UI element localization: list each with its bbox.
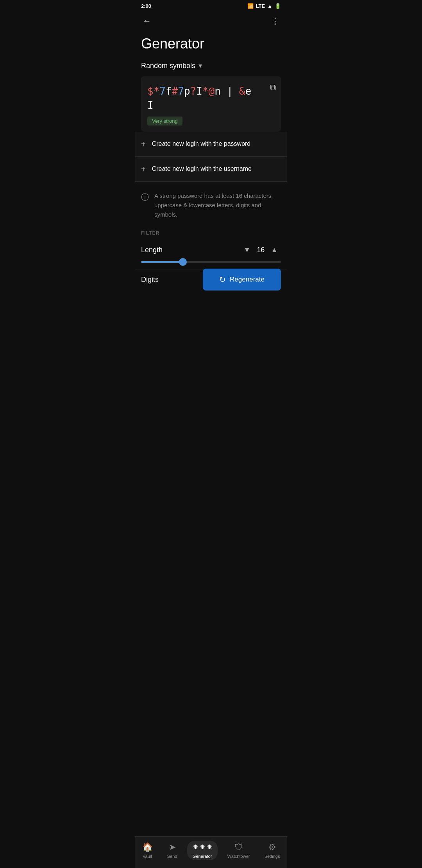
plus-icon-password: + xyxy=(141,140,146,149)
length-slider-container[interactable] xyxy=(135,261,287,269)
length-controls: ▼ 16 ▲ xyxy=(240,244,281,256)
lte-label: LTE xyxy=(256,3,265,9)
type-selector-label: Random symbols xyxy=(141,62,195,70)
char-e: e xyxy=(245,85,252,97)
info-text: A strong password has at least 16 charac… xyxy=(154,191,281,219)
back-button[interactable]: ← xyxy=(141,14,153,28)
type-selector[interactable]: Random symbols ▾ xyxy=(135,58,287,73)
strength-badge: Very strong xyxy=(147,117,182,126)
regenerate-button[interactable]: ↻ Regenerate xyxy=(203,269,281,291)
char-I2: I xyxy=(147,99,154,111)
char-dollar: $ xyxy=(147,85,154,97)
char-n: n xyxy=(215,85,221,97)
status-icons: 📶 LTE ▲ 🔋 xyxy=(247,3,281,9)
regenerate-icon: ↻ xyxy=(219,275,226,284)
password-display-box: $*7f#7p?I*@n | &eI Very strong ⧉ xyxy=(141,76,281,132)
length-increase-button[interactable]: ▲ xyxy=(268,244,281,256)
create-login-username-item[interactable]: + Create new login with the username xyxy=(135,157,287,182)
info-icon: ⓘ xyxy=(141,192,149,203)
back-icon: ← xyxy=(143,16,151,26)
copy-icon: ⧉ xyxy=(270,82,276,92)
char-space2 xyxy=(233,85,239,97)
char-space1 xyxy=(221,85,227,97)
status-time: 2:00 xyxy=(141,3,151,9)
length-decrease-button[interactable]: ▼ xyxy=(240,244,254,256)
char-f: f xyxy=(166,85,172,97)
create-login-username-label: Create new login with the username xyxy=(152,165,252,172)
char-question: ? xyxy=(190,85,197,97)
more-icon: ⋮ xyxy=(271,16,279,26)
info-section: ⓘ A strong password has at least 16 char… xyxy=(135,182,287,226)
regenerate-label: Regenerate xyxy=(230,276,265,283)
char-I1: I xyxy=(196,85,202,97)
char-hash: # xyxy=(172,85,178,97)
header: ← ⋮ xyxy=(135,11,287,32)
slider-thumb[interactable] xyxy=(179,258,187,266)
char-7b: 7 xyxy=(178,85,184,97)
length-value: 16 xyxy=(255,246,266,254)
char-star1: * xyxy=(154,85,160,97)
password-text: $*7f#7p?I*@n | &eI xyxy=(147,84,275,113)
signal-icon: ▲ xyxy=(267,3,272,9)
slider-track xyxy=(141,261,281,263)
slider-fill xyxy=(141,261,183,263)
chevron-down-icon: ▾ xyxy=(198,61,202,70)
length-label: Length xyxy=(141,246,163,254)
char-p: p xyxy=(184,85,190,97)
copy-button[interactable]: ⧉ xyxy=(270,82,276,93)
page-title: Generator xyxy=(135,32,287,58)
char-7a: 7 xyxy=(159,85,166,97)
more-options-button[interactable]: ⋮ xyxy=(269,14,281,28)
char-star2: * xyxy=(202,85,209,97)
plus-icon-username: + xyxy=(141,165,146,174)
create-login-password-label: Create new login with the password xyxy=(152,140,251,147)
char-amp: & xyxy=(239,85,245,97)
battery-icon: 🔋 xyxy=(275,3,281,9)
create-login-password-item[interactable]: + Create new login with the password xyxy=(135,132,287,157)
digits-label: Digits xyxy=(141,276,159,284)
length-row: Length ▼ 16 ▲ xyxy=(135,239,287,261)
char-pipe: | xyxy=(227,85,233,97)
wifi-icon: 📶 xyxy=(247,3,254,9)
status-bar: 2:00 📶 LTE ▲ 🔋 xyxy=(135,0,287,11)
char-at: @ xyxy=(209,85,215,97)
filter-label: FILTER xyxy=(135,226,287,239)
